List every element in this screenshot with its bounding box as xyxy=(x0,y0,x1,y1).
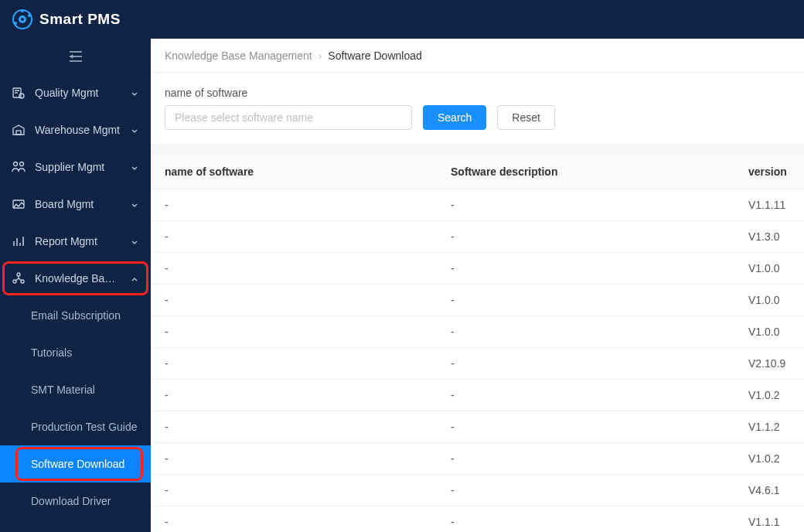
chevron-down-icon xyxy=(130,200,139,209)
search-button[interactable]: Search xyxy=(423,105,486,130)
brand-name: Smart PMS xyxy=(39,11,121,28)
cell-name: - xyxy=(151,411,437,443)
sidebar-subitem[interactable]: Download Driver xyxy=(0,483,151,520)
chevron-down-icon xyxy=(130,162,139,172)
cell-name: - xyxy=(151,475,437,506)
cell-name: - xyxy=(151,380,437,411)
cell-description: - xyxy=(437,380,734,411)
sidebar-item-report[interactable]: Report Mgmt xyxy=(0,223,151,260)
cell-version: V2.10.9 xyxy=(734,348,804,380)
col-header-description: Software description xyxy=(437,155,734,189)
col-header-version: version xyxy=(734,155,804,189)
main-content: Knowledge Base Management › Software Dow… xyxy=(151,39,804,532)
sidebar-item-quality[interactable]: Quality Mgmt xyxy=(0,74,151,111)
cell-description: - xyxy=(437,475,734,506)
table-row[interactable]: --V1.1.2 xyxy=(151,411,804,443)
cell-description: - xyxy=(437,253,734,285)
sidebar-subitem[interactable]: Email Subscription xyxy=(0,297,151,334)
table-row[interactable]: --V4.6.1 xyxy=(151,475,804,506)
breadcrumb-parent[interactable]: Knowledge Base Management xyxy=(165,49,312,62)
sidebar-item-label: Report Mgmt xyxy=(35,235,121,247)
sidebar-item-label: Warehouse Mgmt xyxy=(35,124,121,136)
breadcrumb-current: Software Download xyxy=(328,49,421,62)
svg-rect-8 xyxy=(16,131,21,135)
chevron-down-icon xyxy=(130,125,139,135)
col-header-name: name of software xyxy=(151,155,437,189)
cell-version: V4.6.1 xyxy=(734,475,804,506)
sidebar-item-knowledge[interactable]: Knowledge Base … xyxy=(0,260,151,297)
breadcrumb-separator: › xyxy=(319,49,322,62)
sidebar-subitem[interactable]: Tutorials xyxy=(0,334,151,371)
table-row[interactable]: --V1.3.0 xyxy=(151,221,804,253)
quality-icon xyxy=(12,86,26,100)
cell-description: - xyxy=(437,221,734,253)
svg-point-3 xyxy=(21,9,24,12)
sidebar-subitem-label: Software Download xyxy=(31,458,124,470)
cell-name: - xyxy=(151,348,437,380)
breadcrumb: Knowledge Base Management › Software Dow… xyxy=(151,39,804,73)
sidebar-item-label: Board Mgmt xyxy=(35,198,121,210)
sidebar-subitem-label: Download Driver xyxy=(31,495,111,507)
sidebar-subitem-label: SMT Material xyxy=(31,384,95,396)
cell-version: V1.0.0 xyxy=(734,253,804,285)
cell-version: V1.3.0 xyxy=(734,221,804,253)
cell-version: V1.0.2 xyxy=(734,380,804,411)
svg-point-12 xyxy=(17,273,20,276)
svg-point-5 xyxy=(14,22,17,25)
cell-description: - xyxy=(437,348,734,380)
table-container[interactable]: name of software Software description ve… xyxy=(151,155,804,532)
chevron-up-icon xyxy=(130,274,139,283)
cell-name: - xyxy=(151,506,437,533)
chevron-down-icon xyxy=(130,88,139,97)
svg-point-2 xyxy=(21,18,24,21)
report-icon xyxy=(12,234,26,248)
cell-version: V1.0.0 xyxy=(734,316,804,348)
software-name-input[interactable] xyxy=(165,105,412,130)
sidebar-item-supplier[interactable]: Supplier Mgmt xyxy=(0,148,151,186)
sidebar-subitem-label: Tutorials xyxy=(31,346,72,359)
cell-version: V1.1.1 xyxy=(734,506,804,533)
sidebar-subitem-label: Production Test Guide xyxy=(31,421,138,433)
sidebar-item-board[interactable]: Board Mgmt xyxy=(0,186,151,223)
cell-version: V1.0.0 xyxy=(734,285,804,316)
table-row[interactable]: --V1.0.0 xyxy=(151,285,804,316)
chevron-down-icon xyxy=(130,237,139,246)
cell-name: - xyxy=(151,316,437,348)
cell-description: - xyxy=(437,285,734,316)
sidebar-collapse-toggle[interactable] xyxy=(0,39,151,74)
table-row[interactable]: --V1.1.1 xyxy=(151,506,804,533)
table-row[interactable]: --V1.0.0 xyxy=(151,316,804,348)
sidebar: Quality MgmtWarehouse MgmtSupplier MgmtB… xyxy=(0,39,151,532)
collapse-icon xyxy=(70,51,82,62)
cell-version: V1.1.2 xyxy=(734,411,804,443)
cell-description: - xyxy=(437,443,734,475)
sidebar-item-label: Knowledge Base … xyxy=(35,272,121,285)
table-row[interactable]: --V2.10.9 xyxy=(151,348,804,380)
cell-description: - xyxy=(437,506,734,533)
board-icon xyxy=(12,197,26,211)
brand-logo-icon xyxy=(12,9,33,30)
topbar: Smart PMS xyxy=(0,0,804,39)
cell-version: V1.1.11 xyxy=(734,189,804,221)
supplier-icon xyxy=(12,160,26,174)
sidebar-item-warehouse[interactable]: Warehouse Mgmt xyxy=(0,111,151,148)
svg-point-9 xyxy=(14,162,18,166)
sidebar-subitem-label: Email Subscription xyxy=(31,309,121,322)
sidebar-subitem[interactable]: Software Download xyxy=(0,445,151,483)
reset-button[interactable]: Reset xyxy=(497,105,555,130)
table-row[interactable]: --V1.0.2 xyxy=(151,443,804,475)
software-table: name of software Software description ve… xyxy=(151,155,804,532)
cell-name: - xyxy=(151,189,437,221)
sidebar-subitem[interactable]: Production Test Guide xyxy=(0,408,151,445)
cell-description: - xyxy=(437,316,734,348)
svg-point-7 xyxy=(19,94,24,98)
table-row[interactable]: --V1.0.0 xyxy=(151,253,804,285)
cell-name: - xyxy=(151,443,437,475)
sidebar-subitem[interactable]: SMT Material xyxy=(0,371,151,408)
table-row[interactable]: --V1.1.11 xyxy=(151,189,804,221)
table-row[interactable]: --V1.0.2 xyxy=(151,380,804,411)
cell-name: - xyxy=(151,221,437,253)
cell-name: - xyxy=(151,253,437,285)
svg-point-10 xyxy=(20,162,24,166)
warehouse-icon xyxy=(12,123,26,137)
